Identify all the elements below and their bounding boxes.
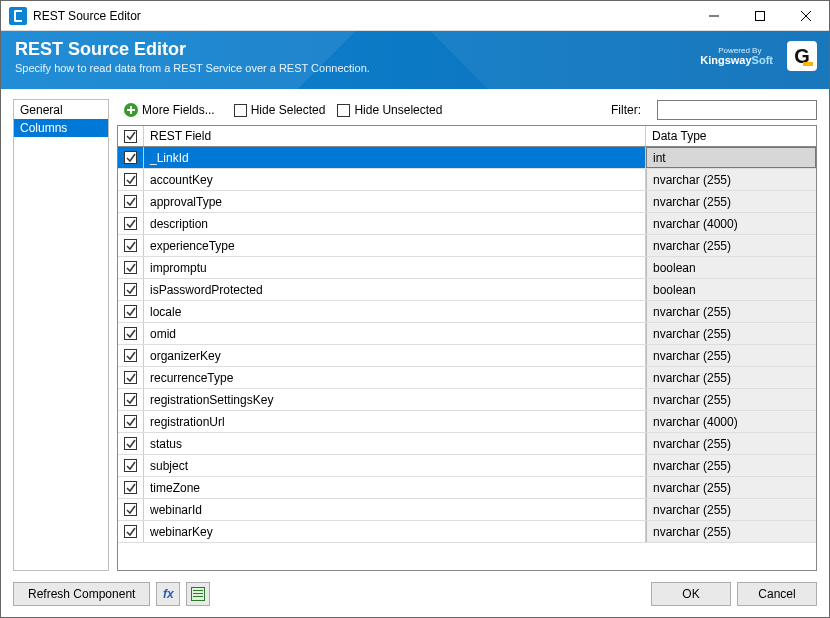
cell-rest-field[interactable]: omid bbox=[144, 323, 646, 344]
cell-rest-field[interactable]: locale bbox=[144, 301, 646, 322]
row-checkbox[interactable] bbox=[118, 213, 144, 234]
table-row[interactable]: _LinkIdint bbox=[118, 147, 816, 169]
minimize-button[interactable] bbox=[691, 1, 737, 31]
filter-label: Filter: bbox=[611, 103, 641, 117]
table-row[interactable]: impromptuboolean bbox=[118, 257, 816, 279]
cell-rest-field[interactable]: recurrenceType bbox=[144, 367, 646, 388]
hide-unselected-checkbox[interactable]: Hide Unselected bbox=[337, 103, 442, 117]
header-select-all[interactable] bbox=[118, 126, 144, 146]
table-row[interactable]: experienceTypenvarchar (255) bbox=[118, 235, 816, 257]
checkbox-icon bbox=[124, 393, 137, 406]
cell-data-type[interactable]: int bbox=[646, 147, 816, 168]
cell-rest-field[interactable]: accountKey bbox=[144, 169, 646, 190]
header-rest-field[interactable]: REST Field bbox=[144, 126, 646, 146]
cell-rest-field[interactable]: registrationUrl bbox=[144, 411, 646, 432]
cell-data-type[interactable]: nvarchar (255) bbox=[646, 191, 816, 212]
cell-data-type[interactable]: nvarchar (255) bbox=[646, 169, 816, 190]
table-row[interactable]: registrationUrlnvarchar (4000) bbox=[118, 411, 816, 433]
table-row[interactable]: webinarKeynvarchar (255) bbox=[118, 521, 816, 543]
table-row[interactable]: approvalTypenvarchar (255) bbox=[118, 191, 816, 213]
cell-rest-field[interactable]: subject bbox=[144, 455, 646, 476]
refresh-component-button[interactable]: Refresh Component bbox=[13, 582, 150, 606]
cell-rest-field[interactable]: impromptu bbox=[144, 257, 646, 278]
row-checkbox[interactable] bbox=[118, 191, 144, 212]
checkbox-icon bbox=[124, 130, 137, 143]
row-checkbox[interactable] bbox=[118, 147, 144, 168]
cell-data-type[interactable]: nvarchar (4000) bbox=[646, 213, 816, 234]
table-row[interactable]: omidnvarchar (255) bbox=[118, 323, 816, 345]
close-button[interactable] bbox=[783, 1, 829, 31]
table-row[interactable]: statusnvarchar (255) bbox=[118, 433, 816, 455]
table-row[interactable]: descriptionnvarchar (4000) bbox=[118, 213, 816, 235]
row-checkbox[interactable] bbox=[118, 389, 144, 410]
more-fields-button[interactable]: More Fields... bbox=[117, 101, 222, 119]
cancel-button[interactable]: Cancel bbox=[737, 582, 817, 606]
cell-data-type[interactable]: nvarchar (255) bbox=[646, 345, 816, 366]
kingswaysoft-logo: Powered By KingswaySoft bbox=[700, 47, 773, 66]
row-checkbox[interactable] bbox=[118, 367, 144, 388]
cell-rest-field[interactable]: organizerKey bbox=[144, 345, 646, 366]
filter-input[interactable] bbox=[657, 100, 817, 120]
map-columns-button[interactable] bbox=[186, 582, 210, 606]
row-checkbox[interactable] bbox=[118, 477, 144, 498]
row-checkbox[interactable] bbox=[118, 411, 144, 432]
cell-rest-field[interactable]: approvalType bbox=[144, 191, 646, 212]
table-row[interactable]: accountKeynvarchar (255) bbox=[118, 169, 816, 191]
cell-rest-field[interactable]: status bbox=[144, 433, 646, 454]
row-checkbox[interactable] bbox=[118, 521, 144, 542]
cell-data-type[interactable]: nvarchar (255) bbox=[646, 477, 816, 498]
checkbox-icon bbox=[124, 525, 137, 538]
row-checkbox[interactable] bbox=[118, 345, 144, 366]
row-checkbox[interactable] bbox=[118, 257, 144, 278]
cell-rest-field[interactable]: webinarKey bbox=[144, 521, 646, 542]
maximize-button[interactable] bbox=[737, 1, 783, 31]
sidebar-item-general[interactable]: General bbox=[14, 101, 108, 119]
table-row[interactable]: webinarIdnvarchar (255) bbox=[118, 499, 816, 521]
expression-button[interactable]: fx bbox=[156, 582, 180, 606]
cell-data-type[interactable]: nvarchar (255) bbox=[646, 235, 816, 256]
cell-data-type[interactable]: nvarchar (255) bbox=[646, 323, 816, 344]
cell-rest-field[interactable]: _LinkId bbox=[144, 147, 646, 168]
row-checkbox[interactable] bbox=[118, 235, 144, 256]
checkbox-icon bbox=[124, 349, 137, 362]
cell-rest-field[interactable]: isPasswordProtected bbox=[144, 279, 646, 300]
table-row[interactable]: organizerKeynvarchar (255) bbox=[118, 345, 816, 367]
cell-data-type[interactable]: nvarchar (255) bbox=[646, 301, 816, 322]
sidebar-item-columns[interactable]: Columns bbox=[14, 119, 108, 137]
cell-data-type[interactable]: boolean bbox=[646, 279, 816, 300]
cell-rest-field[interactable]: experienceType bbox=[144, 235, 646, 256]
cell-data-type[interactable]: nvarchar (255) bbox=[646, 389, 816, 410]
cell-data-type[interactable]: nvarchar (255) bbox=[646, 521, 816, 542]
table-row[interactable]: localenvarchar (255) bbox=[118, 301, 816, 323]
ok-button[interactable]: OK bbox=[651, 582, 731, 606]
row-checkbox[interactable] bbox=[118, 169, 144, 190]
window-title: REST Source Editor bbox=[33, 9, 141, 23]
row-checkbox[interactable] bbox=[118, 279, 144, 300]
columns-grid[interactable]: REST Field Data Type _LinkIdintaccountKe… bbox=[117, 125, 817, 571]
table-row[interactable]: registrationSettingsKeynvarchar (255) bbox=[118, 389, 816, 411]
cell-data-type[interactable]: nvarchar (255) bbox=[646, 433, 816, 454]
row-checkbox[interactable] bbox=[118, 433, 144, 454]
cell-data-type[interactable]: nvarchar (255) bbox=[646, 367, 816, 388]
cell-rest-field[interactable]: timeZone bbox=[144, 477, 646, 498]
table-row[interactable]: isPasswordProtectedboolean bbox=[118, 279, 816, 301]
cell-data-type[interactable]: nvarchar (4000) bbox=[646, 411, 816, 432]
cell-data-type[interactable]: nvarchar (255) bbox=[646, 499, 816, 520]
table-row[interactable]: subjectnvarchar (255) bbox=[118, 455, 816, 477]
cell-data-type[interactable]: boolean bbox=[646, 257, 816, 278]
cell-rest-field[interactable]: webinarId bbox=[144, 499, 646, 520]
checkbox-icon bbox=[124, 503, 137, 516]
cell-data-type[interactable]: nvarchar (255) bbox=[646, 455, 816, 476]
row-checkbox[interactable] bbox=[118, 455, 144, 476]
row-checkbox[interactable] bbox=[118, 323, 144, 344]
row-checkbox[interactable] bbox=[118, 301, 144, 322]
table-row[interactable]: timeZonenvarchar (255) bbox=[118, 477, 816, 499]
hide-selected-checkbox[interactable]: Hide Selected bbox=[234, 103, 326, 117]
banner: REST Source Editor Specify how to read d… bbox=[1, 31, 829, 89]
cell-rest-field[interactable]: description bbox=[144, 213, 646, 234]
header-data-type[interactable]: Data Type bbox=[646, 126, 816, 146]
row-checkbox[interactable] bbox=[118, 499, 144, 520]
cell-rest-field[interactable]: registrationSettingsKey bbox=[144, 389, 646, 410]
footer: Refresh Component fx OK Cancel bbox=[1, 571, 829, 617]
table-row[interactable]: recurrenceTypenvarchar (255) bbox=[118, 367, 816, 389]
